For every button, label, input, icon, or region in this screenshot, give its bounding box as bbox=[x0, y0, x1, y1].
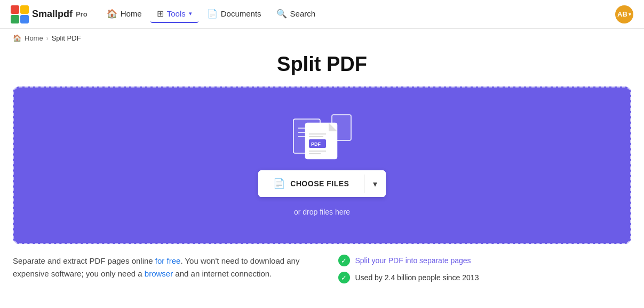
drop-zone-wrapper: ▷ PDF 📄 CHOOSE FILES bbox=[13, 86, 631, 244]
logo[interactable]: Smallpdf Pro bbox=[11, 5, 88, 23]
nav-home-label: Home bbox=[121, 9, 142, 18]
page-title: Split PDF bbox=[0, 53, 644, 76]
description-link-browser[interactable]: browser bbox=[145, 269, 173, 278]
dropdown-chevron-icon: ▾ bbox=[373, 179, 377, 189]
search-icon: 🔍 bbox=[276, 9, 287, 19]
nav-tools-label: Tools bbox=[167, 9, 186, 18]
nav-search-label: Search bbox=[290, 9, 316, 18]
drop-hint-text: or drop files here bbox=[294, 208, 350, 216]
breadcrumb-home-icon: 🏠 bbox=[13, 34, 21, 42]
user-avatar[interactable]: AB ▾ bbox=[615, 5, 633, 23]
svg-text:PDF: PDF bbox=[311, 141, 321, 147]
feature-item-1: ✓ Split your PDF into separate pages bbox=[338, 255, 632, 266]
feature-check-icon-1: ✓ bbox=[338, 255, 350, 266]
documents-icon: 📄 bbox=[207, 9, 218, 19]
svg-rect-1 bbox=[20, 5, 29, 14]
nav-documents[interactable]: 📄 Documents bbox=[201, 5, 268, 23]
choose-files-dropdown-button[interactable]: ▾ bbox=[364, 170, 386, 197]
pdf-doc-main: PDF bbox=[305, 122, 338, 160]
choose-files-button[interactable]: 📄 CHOOSE FILES bbox=[258, 170, 364, 197]
avatar-chevron-icon: ▾ bbox=[629, 12, 631, 17]
logo-pro: Pro bbox=[76, 10, 88, 18]
description-link-free[interactable]: for free bbox=[155, 256, 181, 265]
svg-rect-0 bbox=[11, 5, 19, 14]
description-text: Separate and extract PDF pages online fo… bbox=[13, 255, 306, 283]
features-list: ✓ Split your PDF into separate pages ✓ U… bbox=[338, 255, 632, 283]
file-icon: 📄 bbox=[273, 178, 285, 189]
home-icon: 🏠 bbox=[107, 9, 117, 19]
bottom-section: Separate and extract PDF pages online fo… bbox=[0, 255, 644, 283]
nav-search[interactable]: 🔍 Search bbox=[270, 5, 322, 23]
nav-items: 🏠 Home ⊞ Tools ▾ 📄 Documents 🔍 Search bbox=[100, 5, 611, 23]
tools-chevron-icon: ▾ bbox=[189, 10, 192, 17]
drop-zone[interactable]: ▷ PDF 📄 CHOOSE FILES bbox=[13, 86, 631, 244]
feature-check-icon-2: ✓ bbox=[338, 272, 350, 283]
smallpdf-logo-icon bbox=[11, 5, 29, 23]
feature-text-1: Split your PDF into separate pages bbox=[355, 256, 471, 265]
svg-rect-2 bbox=[11, 15, 19, 23]
tools-icon: ⊞ bbox=[157, 9, 164, 19]
breadcrumb-current: Split PDF bbox=[52, 34, 81, 42]
breadcrumb-home[interactable]: Home bbox=[25, 34, 43, 42]
breadcrumb-separator: › bbox=[46, 35, 49, 42]
nav-tools[interactable]: ⊞ Tools ▾ bbox=[150, 5, 198, 23]
nav-documents-label: Documents bbox=[221, 9, 261, 18]
nav-home[interactable]: 🏠 Home bbox=[100, 5, 148, 23]
pdf-icon-group: ▷ PDF bbox=[293, 114, 352, 160]
choose-files-button-group: 📄 CHOOSE FILES ▾ bbox=[258, 170, 386, 197]
feature-item-2: ✓ Used by 2.4 billion people since 2013 bbox=[338, 272, 632, 283]
navbar: Smallpdf Pro 🏠 Home ⊞ Tools ▾ 📄 Document… bbox=[0, 0, 644, 29]
feature-link-1[interactable]: Split your PDF into separate pages bbox=[355, 256, 471, 265]
feature-text-2: Used by 2.4 billion people since 2013 bbox=[355, 273, 479, 282]
breadcrumb: 🏠 Home › Split PDF bbox=[0, 29, 644, 48]
logo-text: Smallpdf bbox=[32, 9, 73, 20]
choose-files-label: CHOOSE FILES bbox=[290, 179, 349, 188]
svg-rect-3 bbox=[20, 15, 29, 23]
